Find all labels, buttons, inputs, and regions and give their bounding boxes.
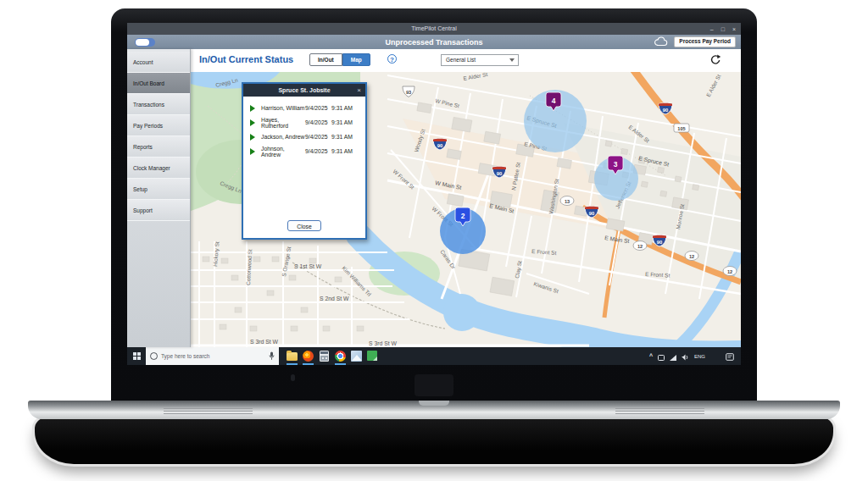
clock-in-row: Harrison, William 9/4/2025 9:31 AM — [243, 101, 365, 115]
microphone-icon[interactable] — [269, 349, 275, 364]
clock-in-row: Johnson, Andrew 9/4/2025 9:31 AM — [243, 144, 365, 158]
webcam-dot — [291, 374, 295, 381]
jobsite-popup-title: Spruce St. Jobsite — [243, 84, 365, 97]
street-label: S 3rd St W — [250, 339, 278, 345]
chrome-icon[interactable] — [335, 351, 346, 362]
clock-in-time: 9:31 AM — [331, 148, 357, 154]
maximize-button[interactable]: □ — [721, 26, 725, 32]
screen: TimePilot Central – □ × Unprocessed Tran… — [127, 23, 741, 365]
map-container: Cregg Ln Cregg Ln E Alder St W Pine St E… — [191, 72, 741, 347]
clock-in-time: 9:31 AM — [331, 134, 357, 140]
clock-in-row: Jackson, Andrew 9/4/2025 9:31 AM — [243, 130, 365, 144]
clock-in-time: 9:31 AM — [331, 105, 357, 111]
sidebar-item-pay-periods[interactable]: Pay Periods — [127, 115, 190, 136]
search-placeholder: Type here to search — [161, 353, 209, 359]
taskbar-search[interactable]: Type here to search — [146, 347, 279, 365]
view-switcher: In/Out Map — [309, 53, 370, 66]
laptop-logo — [415, 374, 453, 396]
minimize-button[interactable]: – — [710, 26, 714, 32]
state-route-shield: 13 — [560, 196, 574, 206]
svg-text:4: 4 — [552, 97, 556, 105]
cloud-icon — [654, 35, 668, 50]
refresh-icon[interactable] — [709, 54, 721, 66]
sidebar-item-inout-board[interactable]: In/Out Board — [127, 73, 190, 94]
photos-icon[interactable] — [351, 351, 362, 362]
tray-app-icon[interactable] — [658, 349, 665, 364]
window-title: TimePilot Central — [127, 23, 741, 35]
sidebar-item-clock-manager[interactable]: Clock Manager — [127, 158, 190, 179]
employee-name: Johnson, Andrew — [261, 146, 305, 158]
calculator-icon[interactable] — [319, 351, 330, 362]
speaker-grille — [615, 408, 704, 415]
clock-in-time: 9:31 AM — [331, 119, 357, 125]
svg-text:13: 13 — [565, 199, 570, 204]
page-title: Unprocessed Transactions — [127, 38, 741, 47]
clock-in-icon — [250, 148, 255, 155]
cortana-icon — [150, 352, 158, 360]
svg-text:105: 105 — [677, 126, 685, 131]
sidebar-item-support[interactable]: Support — [127, 200, 190, 221]
file-explorer-icon[interactable] — [287, 351, 298, 362]
clock-in-row: Hayes, Rutherford 9/4/2025 9:31 AM — [243, 115, 365, 130]
street-label: S 2nd St W — [320, 296, 349, 301]
river — [443, 294, 481, 331]
svg-text:12: 12 — [689, 254, 694, 259]
language-indicator[interactable]: ENG — [694, 354, 705, 359]
speaker-grille — [164, 408, 253, 415]
sidebar-item-account[interactable]: Account — [127, 52, 190, 73]
volume-icon[interactable] — [682, 349, 689, 364]
sidebar-item-setup[interactable]: Setup — [127, 179, 190, 200]
employee-name: Jackson, Andrew — [261, 134, 305, 140]
clock-in-date: 9/4/2025 — [305, 105, 331, 111]
svg-text:90: 90 — [657, 240, 662, 245]
state-route-shield: 12 — [633, 241, 647, 251]
employee-name: Harrison, William — [261, 105, 305, 111]
app-header: Unprocessed Transactions Process Pay Per… — [127, 35, 741, 49]
exit-shield: 105 — [674, 124, 689, 132]
svg-text:90: 90 — [663, 108, 668, 113]
laptop-base-underside — [35, 416, 833, 464]
map-marker-4[interactable]: 4 — [524, 90, 587, 152]
list-dropdown[interactable]: General List — [441, 54, 519, 66]
hinge-notch — [419, 401, 449, 406]
close-button[interactable]: × — [732, 26, 736, 32]
svg-text:12: 12 — [637, 244, 643, 249]
sidebar-item-transactions[interactable]: Transactions — [127, 94, 190, 115]
firefox-icon[interactable] — [303, 351, 314, 362]
clock-in-date: 9/4/2025 — [305, 148, 331, 154]
jobsite-popup: Spruce St. Jobsite × Harrison, William 9… — [242, 82, 367, 240]
svg-text:12: 12 — [727, 269, 732, 274]
clock-in-icon — [250, 119, 255, 126]
map-view-button[interactable]: Map — [342, 53, 370, 66]
sidebar-item-reports[interactable]: Reports — [127, 136, 190, 158]
notes-app-icon[interactable] — [367, 351, 378, 362]
svg-text:90: 90 — [497, 171, 502, 176]
windows-logo-icon — [133, 352, 141, 360]
laptop-base — [28, 401, 840, 419]
street-label: S 3rd St W — [369, 340, 397, 346]
clock-in-date: 9/4/2025 — [305, 119, 331, 125]
clock-in-icon — [250, 105, 255, 112]
jobsite-popup-header: Spruce St. Jobsite × — [243, 84, 365, 97]
employee-name: Hayes, Rutherford — [261, 117, 305, 129]
clock-in-date: 9/4/2025 — [305, 134, 331, 140]
network-icon[interactable] — [670, 349, 676, 364]
sidebar: Account In/Out Board Transactions Pay Pe… — [127, 49, 191, 347]
svg-text:93: 93 — [406, 90, 411, 95]
list-dropdown-value: General List — [446, 57, 476, 63]
action-center-icon[interactable] — [726, 349, 734, 364]
window-titlebar: TimePilot Central – □ × — [127, 23, 741, 35]
tray-expand-icon[interactable]: ^ — [649, 353, 653, 359]
help-icon[interactable]: ? — [387, 54, 397, 64]
street-label: S 1st St W — [294, 263, 322, 269]
popup-close-button[interactable]: Close — [287, 220, 321, 231]
process-pay-period-button[interactable]: Process Pay Period — [674, 36, 736, 47]
svg-text:2: 2 — [461, 212, 465, 220]
inout-view-button[interactable]: In/Out — [309, 53, 342, 66]
section-title: In/Out Current Status — [199, 54, 293, 64]
start-button[interactable] — [127, 347, 146, 365]
state-route-shield: 12 — [685, 252, 698, 261]
popup-close-icon[interactable]: × — [357, 84, 361, 97]
windows-taskbar: Type here to search ^ — [127, 347, 741, 365]
clock-in-icon — [250, 134, 255, 141]
